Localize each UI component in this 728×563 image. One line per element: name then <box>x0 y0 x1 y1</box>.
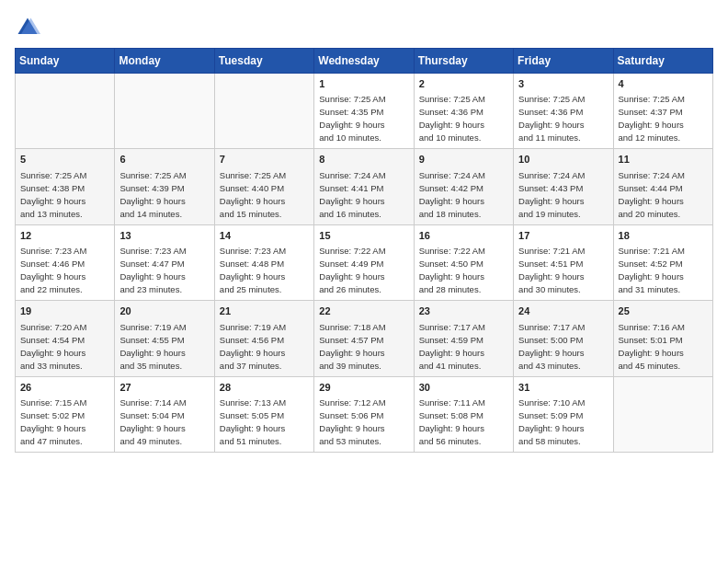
day-number: 30 <box>419 381 508 395</box>
day-number: 25 <box>619 304 708 318</box>
calendar-cell: 21Sunrise: 7:19 AM Sunset: 4:56 PM Dayli… <box>214 301 313 376</box>
day-info: Sunrise: 7:24 AM Sunset: 4:43 PM Dayligh… <box>518 170 585 219</box>
calendar-cell: 15Sunrise: 7:22 AM Sunset: 4:49 PM Dayli… <box>314 224 414 300</box>
weekday-header-friday: Friday <box>514 49 613 74</box>
calendar-week-5: 26Sunrise: 7:15 AM Sunset: 5:02 PM Dayli… <box>16 376 713 452</box>
calendar-cell: 28Sunrise: 7:13 AM Sunset: 5:05 PM Dayli… <box>214 376 313 452</box>
day-info: Sunrise: 7:23 AM Sunset: 4:48 PM Dayligh… <box>220 246 286 294</box>
day-number: 5 <box>20 153 109 167</box>
day-info: Sunrise: 7:25 AM Sunset: 4:40 PM Dayligh… <box>220 170 286 219</box>
weekday-header-thursday: Thursday <box>414 49 513 74</box>
calendar-cell: 14Sunrise: 7:23 AM Sunset: 4:48 PM Dayli… <box>214 224 313 300</box>
day-number: 31 <box>518 381 608 395</box>
day-number: 23 <box>419 304 508 318</box>
weekday-header-wednesday: Wednesday <box>314 49 414 74</box>
calendar-cell: 2Sunrise: 7:25 AM Sunset: 4:36 PM Daylig… <box>414 74 513 149</box>
day-info: Sunrise: 7:19 AM Sunset: 4:55 PM Dayligh… <box>119 322 186 371</box>
day-number: 13 <box>119 229 209 243</box>
calendar-cell: 26Sunrise: 7:15 AM Sunset: 5:02 PM Dayli… <box>16 376 115 452</box>
day-info: Sunrise: 7:17 AM Sunset: 4:59 PM Dayligh… <box>419 322 485 371</box>
day-number: 7 <box>220 153 309 167</box>
calendar-cell: 31Sunrise: 7:10 AM Sunset: 5:09 PM Dayli… <box>514 376 613 452</box>
calendar-week-4: 19Sunrise: 7:20 AM Sunset: 4:54 PM Dayli… <box>16 301 713 376</box>
day-info: Sunrise: 7:22 AM Sunset: 4:50 PM Dayligh… <box>419 246 485 294</box>
day-number: 9 <box>419 153 508 167</box>
day-info: Sunrise: 7:24 AM Sunset: 4:41 PM Dayligh… <box>319 170 385 219</box>
calendar-cell: 3Sunrise: 7:25 AM Sunset: 4:36 PM Daylig… <box>514 74 613 149</box>
calendar-cell: 18Sunrise: 7:21 AM Sunset: 4:52 PM Dayli… <box>613 224 712 300</box>
weekday-header-tuesday: Tuesday <box>214 49 313 74</box>
logo-icon <box>15 15 40 40</box>
calendar-week-2: 5Sunrise: 7:25 AM Sunset: 4:38 PM Daylig… <box>16 149 713 224</box>
day-info: Sunrise: 7:25 AM Sunset: 4:35 PM Dayligh… <box>319 94 385 143</box>
day-info: Sunrise: 7:15 AM Sunset: 5:02 PM Dayligh… <box>20 397 86 446</box>
day-info: Sunrise: 7:19 AM Sunset: 4:56 PM Dayligh… <box>220 322 286 371</box>
day-info: Sunrise: 7:13 AM Sunset: 5:05 PM Dayligh… <box>220 397 286 446</box>
day-number: 26 <box>20 381 109 395</box>
weekday-header-monday: Monday <box>115 49 214 74</box>
calendar-cell: 27Sunrise: 7:14 AM Sunset: 5:04 PM Dayli… <box>115 376 214 452</box>
day-info: Sunrise: 7:14 AM Sunset: 5:04 PM Dayligh… <box>119 397 186 446</box>
calendar-cell: 17Sunrise: 7:21 AM Sunset: 4:51 PM Dayli… <box>514 224 613 300</box>
day-number: 18 <box>619 229 708 243</box>
day-number: 11 <box>619 153 708 167</box>
logo <box>15 15 44 40</box>
day-number: 24 <box>518 304 608 318</box>
calendar-cell <box>16 74 115 149</box>
day-info: Sunrise: 7:21 AM Sunset: 4:52 PM Dayligh… <box>619 246 685 294</box>
day-number: 16 <box>419 229 508 243</box>
calendar-cell: 8Sunrise: 7:24 AM Sunset: 4:41 PM Daylig… <box>314 149 414 224</box>
day-number: 27 <box>119 381 209 395</box>
day-number: 3 <box>518 77 608 91</box>
calendar-cell: 24Sunrise: 7:17 AM Sunset: 5:00 PM Dayli… <box>514 301 613 376</box>
day-info: Sunrise: 7:11 AM Sunset: 5:08 PM Dayligh… <box>419 397 485 446</box>
calendar-cell <box>613 376 712 452</box>
day-info: Sunrise: 7:10 AM Sunset: 5:09 PM Dayligh… <box>518 397 585 446</box>
day-number: 8 <box>319 153 408 167</box>
day-info: Sunrise: 7:20 AM Sunset: 4:54 PM Dayligh… <box>20 322 86 371</box>
day-info: Sunrise: 7:25 AM Sunset: 4:36 PM Dayligh… <box>518 94 585 143</box>
calendar-cell: 11Sunrise: 7:24 AM Sunset: 4:44 PM Dayli… <box>613 149 712 224</box>
calendar-cell: 30Sunrise: 7:11 AM Sunset: 5:08 PM Dayli… <box>414 376 513 452</box>
calendar-week-3: 12Sunrise: 7:23 AM Sunset: 4:46 PM Dayli… <box>16 224 713 300</box>
calendar-cell <box>115 74 214 149</box>
day-info: Sunrise: 7:23 AM Sunset: 4:47 PM Dayligh… <box>119 246 186 294</box>
day-info: Sunrise: 7:24 AM Sunset: 4:42 PM Dayligh… <box>419 170 485 219</box>
calendar-table: SundayMondayTuesdayWednesdayThursdayFrid… <box>15 48 713 453</box>
day-info: Sunrise: 7:25 AM Sunset: 4:36 PM Dayligh… <box>419 94 485 143</box>
day-number: 17 <box>518 229 608 243</box>
day-info: Sunrise: 7:21 AM Sunset: 4:51 PM Dayligh… <box>518 246 585 294</box>
calendar-cell: 6Sunrise: 7:25 AM Sunset: 4:39 PM Daylig… <box>115 149 214 224</box>
calendar-cell: 12Sunrise: 7:23 AM Sunset: 4:46 PM Dayli… <box>16 224 115 300</box>
calendar-header-row: SundayMondayTuesdayWednesdayThursdayFrid… <box>16 49 713 74</box>
calendar-cell: 13Sunrise: 7:23 AM Sunset: 4:47 PM Dayli… <box>115 224 214 300</box>
calendar-cell: 10Sunrise: 7:24 AM Sunset: 4:43 PM Dayli… <box>514 149 613 224</box>
day-info: Sunrise: 7:18 AM Sunset: 4:57 PM Dayligh… <box>319 322 385 371</box>
weekday-header-sunday: Sunday <box>16 49 115 74</box>
day-number: 2 <box>419 77 508 91</box>
day-info: Sunrise: 7:16 AM Sunset: 5:01 PM Dayligh… <box>619 322 685 371</box>
page-header <box>15 15 713 40</box>
calendar-cell: 20Sunrise: 7:19 AM Sunset: 4:55 PM Dayli… <box>115 301 214 376</box>
day-number: 1 <box>319 77 408 91</box>
calendar-cell: 29Sunrise: 7:12 AM Sunset: 5:06 PM Dayli… <box>314 376 414 452</box>
day-info: Sunrise: 7:12 AM Sunset: 5:06 PM Dayligh… <box>319 397 385 446</box>
day-number: 12 <box>20 229 109 243</box>
day-info: Sunrise: 7:17 AM Sunset: 5:00 PM Dayligh… <box>518 322 585 371</box>
day-info: Sunrise: 7:23 AM Sunset: 4:46 PM Dayligh… <box>20 246 86 294</box>
day-number: 6 <box>119 153 209 167</box>
calendar-cell: 25Sunrise: 7:16 AM Sunset: 5:01 PM Dayli… <box>613 301 712 376</box>
day-number: 29 <box>319 381 408 395</box>
day-number: 15 <box>319 229 408 243</box>
day-number: 28 <box>220 381 309 395</box>
calendar-cell <box>214 74 313 149</box>
calendar-cell: 23Sunrise: 7:17 AM Sunset: 4:59 PM Dayli… <box>414 301 513 376</box>
day-number: 20 <box>119 304 209 318</box>
calendar-cell: 5Sunrise: 7:25 AM Sunset: 4:38 PM Daylig… <box>16 149 115 224</box>
calendar-week-1: 1Sunrise: 7:25 AM Sunset: 4:35 PM Daylig… <box>16 74 713 149</box>
day-number: 4 <box>619 77 708 91</box>
day-number: 19 <box>20 304 109 318</box>
weekday-header-saturday: Saturday <box>613 49 712 74</box>
day-info: Sunrise: 7:22 AM Sunset: 4:49 PM Dayligh… <box>319 246 385 294</box>
day-number: 21 <box>220 304 309 318</box>
